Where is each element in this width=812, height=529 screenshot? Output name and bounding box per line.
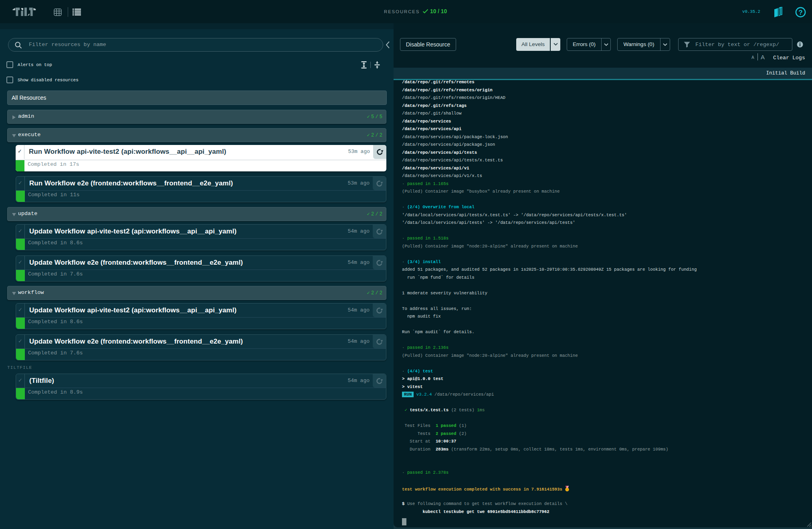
svg-text:?: ?: [798, 9, 802, 16]
